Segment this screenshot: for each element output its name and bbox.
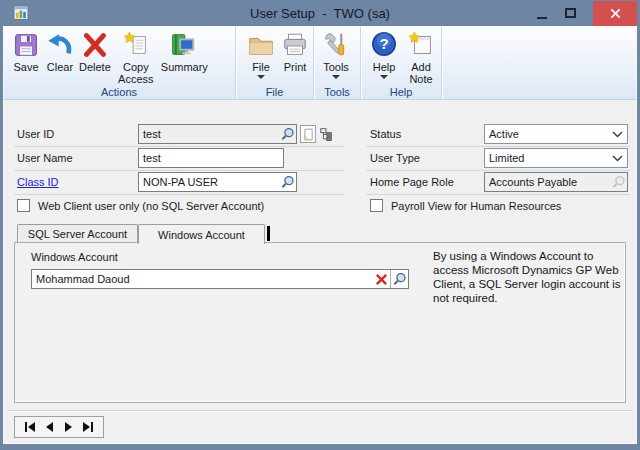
class-id-link[interactable]: Class ID	[17, 176, 59, 190]
ribbon-group-label: Tools	[314, 86, 360, 98]
app-icon[interactable]	[13, 5, 29, 21]
windows-account-label: Windows Account	[31, 251, 118, 265]
web-client-checkbox-label: Web Client user only (no SQL Server Acco…	[38, 200, 264, 214]
user-id-label: User ID	[17, 128, 54, 142]
ribbon: Save Clear Delete	[3, 26, 637, 100]
row-separator	[366, 170, 630, 171]
class-id-field[interactable]: NON-PA USER	[138, 172, 297, 192]
record-navigation	[14, 416, 104, 438]
delete-button[interactable]: Delete	[77, 29, 113, 74]
windows-account-panel: Windows Account Mohammad Daoud By using …	[14, 242, 626, 403]
hierarchy-icon	[319, 127, 333, 141]
ribbon-item-label: Help	[373, 61, 396, 73]
undo-arrow-icon	[45, 30, 75, 60]
class-id-value: NON-PA USER	[143, 176, 218, 188]
window-border	[0, 443, 640, 450]
previous-record-icon	[46, 422, 53, 432]
chevron-down-icon	[380, 75, 388, 79]
footer-divider	[8, 410, 632, 411]
chevron-down-icon	[332, 75, 340, 79]
user-name-value: test	[143, 152, 161, 164]
tab-sql-server-account[interactable]: SQL Server Account	[17, 224, 138, 243]
ribbon-item-label: Delete	[79, 61, 111, 73]
user-id-field[interactable]: test	[138, 124, 297, 144]
row-separator	[366, 194, 630, 195]
ribbon-group-label: Help	[361, 86, 441, 98]
row-separator	[14, 194, 345, 195]
lookup-icon[interactable]	[280, 127, 295, 142]
chevron-down-icon	[612, 155, 623, 162]
row-separator	[14, 146, 345, 147]
save-floppy-icon	[11, 30, 41, 60]
lookup-icon	[392, 272, 407, 287]
home-page-role-value: Accounts Payable	[489, 176, 577, 188]
home-page-role-field: Accounts Payable	[484, 172, 628, 192]
ribbon-group-file: File Print File	[236, 26, 313, 99]
ribbon-item-label: File	[252, 61, 270, 73]
book-monitor-icon	[167, 30, 197, 60]
web-client-checkbox[interactable]	[17, 199, 30, 212]
user-name-label: User Name	[17, 152, 73, 166]
tab-label: Windows Account	[158, 229, 245, 241]
payroll-view-checkbox-label: Payroll View for Human Resources	[391, 200, 561, 214]
ribbon-group-label: Actions	[3, 86, 235, 98]
minimize-button[interactable]	[530, 0, 554, 26]
previous-record-button[interactable]	[46, 422, 53, 432]
windows-account-field[interactable]: Mohammad Daoud	[31, 269, 409, 289]
add-note-button[interactable]: Add Note	[401, 29, 441, 86]
red-x-icon	[80, 30, 110, 60]
window-border	[0, 0, 3, 450]
print-button[interactable]: Print	[278, 29, 312, 74]
summary-button[interactable]: Summary	[159, 29, 205, 74]
row-separator	[366, 146, 630, 147]
user-id-value: test	[143, 128, 161, 140]
ribbon-item-label: Clear	[47, 61, 73, 73]
first-record-icon	[25, 422, 27, 432]
help-menu-button[interactable]: ? Help	[367, 29, 401, 80]
ribbon-item-label: Tools	[323, 61, 349, 73]
lookup-icon[interactable]	[280, 175, 295, 190]
note-button[interactable]	[300, 125, 316, 143]
ribbon-group-actions: Save Clear Delete	[3, 26, 235, 99]
next-record-button[interactable]	[65, 422, 72, 432]
close-icon	[610, 8, 621, 19]
row-separator	[14, 170, 345, 171]
user-type-dropdown[interactable]: Limited	[484, 148, 628, 168]
save-button[interactable]: Save	[9, 29, 43, 74]
windows-account-help-text: By using a Windows Account to access Mic…	[433, 249, 627, 305]
chevron-down-icon	[612, 131, 623, 138]
user-name-field[interactable]: test	[138, 148, 284, 168]
ribbon-group-tools: Tools Tools	[314, 26, 360, 99]
first-record-button[interactable]	[25, 422, 35, 432]
tools-menu-button[interactable]: Tools	[319, 29, 353, 80]
user-type-label: User Type	[370, 152, 420, 166]
user-access-button[interactable]	[318, 125, 334, 143]
status-label: Status	[370, 128, 401, 142]
last-record-icon	[83, 422, 90, 432]
note-icon	[302, 128, 315, 141]
lookup-disabled-icon	[611, 175, 626, 190]
file-menu-button[interactable]: File	[244, 29, 278, 80]
tab-windows-account[interactable]: Windows Account	[138, 224, 265, 244]
copy-document-star-icon	[121, 30, 151, 60]
ribbon-group-help: ? Help Add Note Help	[361, 26, 441, 99]
close-button[interactable]	[593, 1, 638, 26]
clear-button[interactable]: Clear	[43, 29, 77, 74]
user-type-value: Limited	[489, 152, 524, 164]
status-value: Active	[489, 128, 519, 140]
folder-icon	[246, 30, 276, 60]
windows-account-value: Mohammad Daoud	[36, 273, 130, 285]
payroll-view-checkbox[interactable]	[370, 199, 383, 212]
status-dropdown[interactable]: Active	[484, 124, 628, 144]
maximize-button[interactable]	[557, 0, 583, 26]
ribbon-group-label: File	[236, 86, 313, 98]
ribbon-item-label: Add Note	[403, 61, 439, 85]
wrench-screwdriver-icon	[321, 30, 351, 60]
tab-focus-cursor	[267, 226, 270, 241]
copy-access-button[interactable]: Copy Access	[113, 29, 159, 86]
svg-text:?: ?	[379, 35, 388, 52]
delete-account-icon[interactable]	[375, 273, 388, 286]
windows-account-lookup-button[interactable]	[390, 270, 408, 288]
last-record-button[interactable]	[83, 422, 93, 432]
home-page-role-label: Home Page Role	[370, 176, 454, 190]
